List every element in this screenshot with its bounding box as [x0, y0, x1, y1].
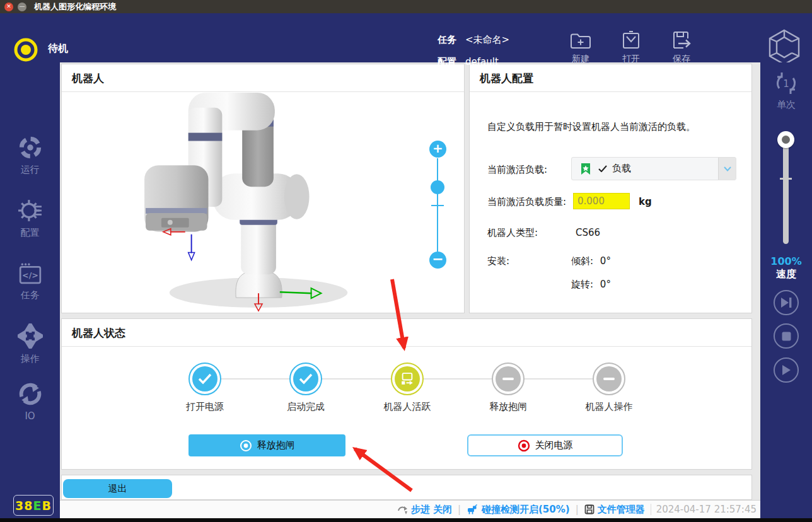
step-forward-button[interactable]	[774, 290, 799, 315]
rotation-value: 0°	[600, 279, 611, 290]
brand-logo-icon	[767, 28, 802, 66]
robot-status-panel: 机器人状态 打开电源 启动完成	[61, 318, 752, 470]
move-arrows-icon	[18, 323, 43, 349]
zoom-out-button[interactable]: −	[429, 252, 446, 269]
select-dropdown-toggle[interactable]	[718, 158, 736, 180]
step-release-brake: 释放抱闸	[470, 362, 546, 413]
robot-state-label: 待机	[48, 42, 68, 55]
bottom-strip	[0, 518, 812, 522]
new-folder-icon	[570, 30, 591, 50]
left-sidebar: 运行 配置 </> 任务	[0, 62, 60, 522]
sidebar-item-config[interactable]: 配置	[0, 199, 60, 239]
open-icon	[620, 30, 642, 50]
stop-button[interactable]	[774, 323, 799, 349]
active-payload-value: 负载	[612, 163, 631, 175]
config-value: default	[465, 56, 499, 67]
config-row: 配置default	[438, 56, 499, 68]
minimize-icon[interactable]: —	[18, 3, 26, 11]
active-payload-label: 当前激活负载:	[487, 164, 547, 176]
payload-mass-unit: kg	[639, 196, 652, 207]
task-row: 任务<未命名>	[438, 34, 509, 46]
collision-detection-toggle[interactable]: 碰撞检测开启(50%)	[467, 504, 570, 516]
window-title: 机器人图形化编程环境	[34, 1, 116, 13]
step-robot-active: 机器人活跃	[369, 362, 445, 413]
power-off-icon	[518, 439, 530, 452]
zoom-slider-handle[interactable]	[431, 180, 444, 194]
speed-slider-handle[interactable]	[777, 131, 794, 148]
sidebar-item-task[interactable]: </> 任务	[0, 262, 60, 301]
payload-mass-label: 当前激活负载质量:	[487, 196, 566, 208]
robot-panel: 机器人	[61, 64, 465, 313]
single-run-toggle[interactable]: 1 单次	[760, 70, 812, 111]
active-payload-select[interactable]: 负载	[571, 157, 736, 180]
check-icon	[598, 165, 607, 172]
bookmark-icon	[579, 163, 592, 175]
tilt-label: 倾斜:	[571, 255, 593, 267]
app-window: ✕ — 机器人图形化编程环境 待机 任务<未命名> 配置default 新建	[0, 0, 812, 522]
header: 待机 任务<未命名> 配置default 新建 打开	[0, 13, 812, 62]
tilt-value: 0°	[600, 255, 611, 267]
clock-timestamp: 2024-04-17 21:57:45	[651, 504, 757, 515]
task-value: <未命名>	[465, 34, 509, 45]
exit-button[interactable]: 退出	[63, 479, 172, 498]
rotation-label: 旋转:	[571, 279, 593, 290]
sidebar-item-io[interactable]: IO	[0, 382, 60, 422]
file-manager-button[interactable]: 文件管理器	[584, 504, 645, 516]
speed-slider-tick	[780, 178, 792, 180]
minus-icon	[603, 378, 615, 380]
robot-active-icon	[398, 370, 416, 388]
gear-icon	[18, 199, 42, 223]
minus-icon	[502, 378, 514, 380]
right-toolbar: 1 单次 100% 速度	[760, 62, 812, 522]
hex-code-badge[interactable]: 38EB	[13, 495, 54, 516]
zoom-in-button[interactable]: +	[429, 141, 446, 158]
speed-label: 速度	[760, 268, 812, 281]
step-robot-operate: 机器人操作	[571, 362, 647, 413]
close-icon[interactable]: ✕	[4, 3, 13, 11]
open-button[interactable]: 打开	[611, 30, 651, 71]
new-button[interactable]: 新建	[560, 30, 601, 71]
speed-slider-track[interactable]	[783, 133, 789, 244]
play-button[interactable]	[774, 357, 799, 383]
power-off-button[interactable]: 关闭电源	[467, 434, 623, 456]
sidebar-item-operate[interactable]: 操作	[0, 323, 60, 365]
stop-icon	[782, 332, 791, 341]
single-run-label: 单次	[760, 99, 812, 111]
mount-label: 安装:	[487, 255, 509, 267]
check-icon	[298, 373, 313, 385]
svg-text:1: 1	[783, 78, 789, 90]
standby-status-icon	[13, 37, 39, 63]
statusbar: 步进 关闭 | 碰撞检测开启(50%) | 文件管理器 2024-04-17 2…	[60, 500, 760, 518]
rotation-row: 旋转: 0°	[571, 279, 611, 291]
zoom-slider-tick	[431, 205, 444, 206]
sidebar-item-run[interactable]: 运行	[0, 136, 60, 176]
speed-percent: 100%	[760, 255, 812, 268]
step-power-on: 打开电源	[167, 362, 243, 413]
task-label: 任务	[438, 34, 456, 45]
play-icon	[781, 364, 791, 376]
save-button[interactable]: 保存	[661, 30, 702, 71]
exit-row: 退出	[61, 475, 752, 500]
payload-mass-input[interactable]	[573, 193, 630, 209]
skip-next-icon	[779, 297, 793, 308]
check-icon	[197, 373, 212, 385]
io-arrows-icon	[18, 382, 42, 406]
status-panel-title: 机器人状态	[62, 319, 751, 347]
run-icon	[18, 136, 42, 160]
collision-icon	[467, 504, 478, 514]
chevron-down-icon	[724, 166, 731, 171]
code-window-icon: </>	[18, 262, 42, 285]
robot-3d-view[interactable]	[62, 91, 464, 313]
tilt-row: 倾斜: 0°	[571, 255, 611, 267]
brake-icon	[240, 439, 252, 452]
step-mode-toggle[interactable]: 步进 关闭	[397, 504, 452, 516]
robot-type-label: 机器人类型:	[487, 227, 538, 239]
release-brake-button[interactable]: 释放抱闸	[188, 434, 345, 456]
payload-description: 自定义负载用于暂时设置机器人当前激活的负载。	[487, 121, 695, 133]
titlebar: ✕ — 机器人图形化编程环境	[0, 0, 812, 13]
save-icon	[671, 30, 692, 50]
svg-text:</>: </>	[22, 270, 38, 280]
robot-type-value: CS66	[576, 227, 600, 238]
step-startup-complete: 启动完成	[268, 362, 344, 413]
step-mode-icon	[397, 505, 408, 514]
